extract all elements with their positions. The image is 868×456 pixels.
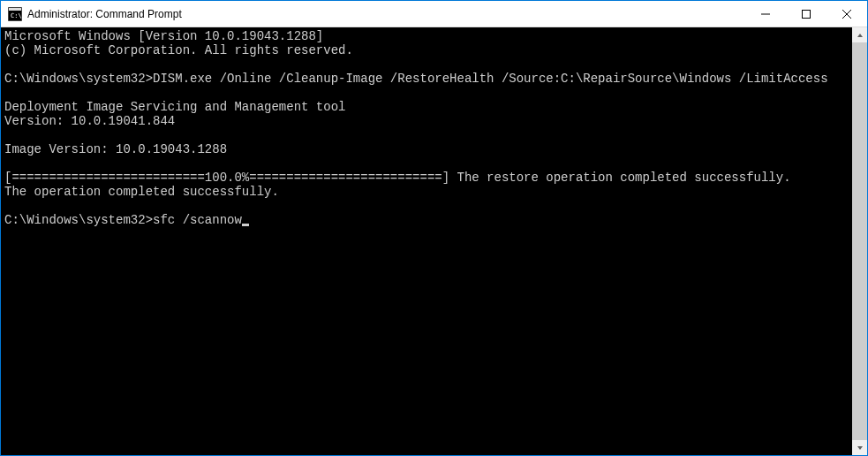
terminal-input-line[interactable]: C:\Windows\system32>sfc /scannow: [4, 213, 849, 227]
close-button[interactable]: [826, 1, 867, 27]
terminal-container: Microsoft Windows [Version 10.0.19043.12…: [1, 27, 867, 455]
terminal-output-line: [4, 156, 849, 171]
scrollbar-track[interactable]: [852, 42, 867, 440]
command-prompt-icon: C:\: [8, 7, 22, 21]
terminal-output-line: [4, 199, 849, 213]
terminal-output-line: C:\Windows\system32>DISM.exe /Online /Cl…: [4, 72, 849, 86]
terminal-output-line: Microsoft Windows [Version 10.0.19043.12…: [4, 29, 849, 43]
terminal-prompt: C:\Windows\system32>: [4, 213, 153, 227]
terminal-current-input: sfc /scannow: [153, 213, 242, 227]
terminal-output-line: The operation completed successfully.: [4, 185, 849, 199]
window-controls: [745, 1, 867, 27]
terminal-output-line: (c) Microsoft Corporation. All rights re…: [4, 43, 849, 57]
scrollbar-up-button[interactable]: [852, 27, 867, 42]
command-prompt-window: C:\ Administrator: Command Prompt Micros…: [0, 0, 868, 456]
window-title: Administrator: Command Prompt: [27, 8, 182, 20]
scrollbar-thumb[interactable]: [852, 42, 867, 440]
titlebar[interactable]: C:\ Administrator: Command Prompt: [1, 1, 867, 27]
terminal-output-line: [4, 128, 849, 142]
svg-rect-4: [803, 10, 811, 18]
terminal-output-line: [==========================100.0%=======…: [4, 171, 849, 185]
svg-text:C:\: C:\: [11, 12, 22, 19]
terminal-output-line: [4, 57, 849, 72]
terminal-output-line: Version: 10.0.19041.844: [4, 114, 849, 128]
terminal-output-line: Deployment Image Servicing and Managemen…: [4, 100, 849, 114]
svg-rect-1: [9, 8, 21, 11]
maximize-button[interactable]: [786, 1, 826, 27]
vertical-scrollbar[interactable]: [852, 27, 867, 455]
terminal[interactable]: Microsoft Windows [Version 10.0.19043.12…: [1, 27, 852, 455]
terminal-output-line: [4, 86, 849, 100]
terminal-cursor: [242, 224, 249, 226]
minimize-button[interactable]: [745, 1, 786, 27]
terminal-output-line: Image Version: 10.0.19043.1288: [4, 142, 849, 156]
scrollbar-down-button[interactable]: [852, 440, 867, 455]
